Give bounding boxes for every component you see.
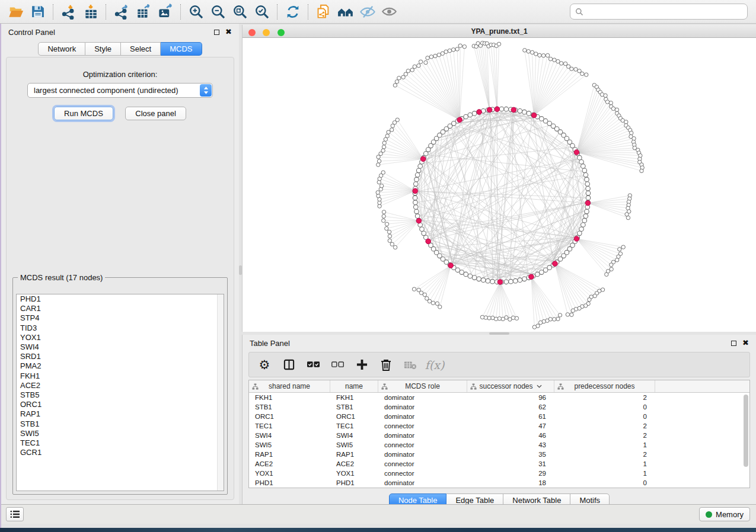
mcds-list-item[interactable]: TID3 — [17, 323, 224, 333]
hide-graphics-details-button[interactable] — [356, 2, 378, 21]
minimize-window-icon[interactable] — [263, 29, 270, 36]
table-cell[interactable]: dominator — [378, 431, 467, 440]
table-row[interactable]: RAP1RAP1dominator352 — [249, 450, 749, 459]
add-column-button[interactable] — [355, 358, 368, 371]
function-builder-button[interactable]: f(x) — [428, 358, 441, 371]
save-session-button[interactable] — [27, 2, 49, 21]
close-window-icon[interactable] — [248, 29, 256, 36]
table-cell[interactable]: ORC1 — [330, 412, 378, 421]
delete-column-button[interactable] — [379, 358, 393, 371]
mcds-list-item[interactable]: YOX1 — [17, 333, 224, 342]
network-graph[interactable] — [243, 38, 756, 331]
export-table-button[interactable] — [132, 2, 154, 21]
network-window-titlebar[interactable]: YPA_prune.txt_1 — [243, 25, 756, 38]
table-cell[interactable]: 46 — [467, 431, 554, 440]
table-cell[interactable]: ACE2 — [249, 459, 330, 469]
table-row[interactable]: ORC1ORC1dominator610 — [249, 412, 749, 421]
mcds-list-item[interactable]: CAR1 — [17, 304, 224, 313]
mcds-list-item[interactable]: ACE2 — [17, 381, 224, 390]
table-cell[interactable]: 1 — [554, 459, 655, 469]
table-cell[interactable]: FKH1 — [330, 393, 378, 402]
table-cell[interactable]: SWI5 — [249, 440, 330, 450]
table-cell[interactable]: dominator — [378, 412, 467, 421]
home-button[interactable] — [334, 2, 356, 21]
table-cell[interactable]: RAP1 — [330, 450, 378, 459]
table-row[interactable]: SWI5SWI5connector431 — [249, 440, 749, 450]
table-cell[interactable]: SWI5 — [330, 440, 378, 450]
table-cell[interactable]: 0 — [554, 412, 655, 421]
deselect-all-button[interactable] — [331, 358, 344, 371]
table-cell[interactable]: 2 — [554, 393, 655, 402]
mcds-list-scrollbar[interactable] — [217, 294, 224, 491]
export-image-button[interactable] — [154, 2, 176, 21]
show-column-button[interactable] — [282, 358, 295, 371]
column-header-shared-name[interactable]: shared name — [249, 380, 330, 392]
run-mcds-button[interactable]: Run MCDS — [54, 107, 113, 120]
table-cell[interactable]: dominator — [378, 402, 467, 412]
table-cell[interactable]: PHD1 — [330, 478, 378, 488]
table-cell[interactable]: 35 — [467, 450, 554, 459]
mcds-list-item[interactable]: SRD1 — [17, 352, 224, 361]
table-cell[interactable]: TEC1 — [249, 421, 330, 431]
mcds-list-item[interactable]: SWI4 — [17, 342, 224, 352]
table-cell[interactable]: 0 — [554, 478, 655, 488]
tab-network[interactable]: Network — [38, 42, 85, 56]
table-cell[interactable]: 2 — [554, 450, 655, 459]
new-network-from-selection-button[interactable] — [312, 2, 334, 21]
table-panel-grab-handle[interactable] — [489, 332, 509, 335]
mcds-list-item[interactable]: STB5 — [17, 390, 224, 400]
task-history-button[interactable] — [6, 507, 24, 521]
table-row[interactable]: ACE2ACE2connector311 — [249, 459, 749, 469]
table-cell[interactable]: 1 — [554, 469, 655, 478]
mcds-list-item[interactable]: RAP1 — [17, 409, 224, 419]
table-cell[interactable]: YOX1 — [330, 469, 378, 478]
table-cell[interactable]: dominator — [378, 450, 467, 459]
table-cell[interactable]: FKH1 — [249, 393, 330, 402]
table-cell[interactable]: connector — [378, 459, 467, 469]
table-row[interactable]: TEC1TEC1connector472 — [249, 421, 749, 431]
table-cell[interactable]: TEC1 — [330, 421, 378, 431]
maximize-window-icon[interactable] — [277, 29, 285, 36]
mcds-list-item[interactable]: STP4 — [17, 313, 224, 323]
search-input[interactable] — [587, 7, 742, 16]
criterion-select[interactable]: largest connected component (undirected) — [27, 83, 213, 98]
table-row[interactable]: YOX1YOX1connector291 — [249, 469, 749, 478]
scrollbar-thumb[interactable] — [744, 395, 748, 467]
mcds-list-item[interactable]: ORC1 — [17, 400, 224, 409]
table-cell[interactable]: connector — [378, 469, 467, 478]
delete-table-button[interactable] — [404, 358, 417, 371]
close-panel-button[interactable]: Close panel — [125, 107, 186, 120]
column-header-MCDS-role[interactable]: MCDS role — [378, 380, 467, 392]
table-cell[interactable]: 96 — [467, 393, 554, 402]
table-row[interactable]: FKH1FKH1dominator962 — [249, 393, 749, 402]
table-cell[interactable]: 62 — [467, 402, 554, 412]
column-header-name[interactable]: name — [330, 380, 378, 392]
close-panel-icon[interactable]: ✖ — [742, 340, 749, 346]
float-panel-icon[interactable] — [214, 30, 219, 35]
table-cell[interactable]: 1 — [554, 440, 655, 450]
apply-layout-button[interactable] — [282, 2, 304, 21]
table-cell[interactable]: PHD1 — [249, 478, 330, 488]
mcds-list-item[interactable]: GCR1 — [17, 448, 224, 457]
zoom-in-button[interactable] — [185, 2, 207, 21]
table-cell[interactable]: RAP1 — [249, 450, 330, 459]
table-cell[interactable]: 43 — [467, 440, 554, 450]
table-row[interactable]: PHD1PHD1dominator180 — [249, 478, 749, 488]
select-all-button[interactable] — [307, 358, 320, 371]
mcds-list-item[interactable]: STB1 — [17, 419, 224, 429]
tab-mcds[interactable]: MCDS — [161, 42, 202, 56]
table-cell[interactable]: 0 — [554, 402, 655, 412]
show-graphics-details-button[interactable] — [378, 2, 400, 21]
mcds-list-item[interactable]: PMA2 — [17, 361, 224, 371]
float-panel-icon[interactable] — [731, 341, 736, 346]
mcds-list-item[interactable]: TEC1 — [17, 438, 224, 448]
column-header-successor-nodes[interactable]: successor nodes — [467, 380, 554, 392]
table-cell[interactable]: 47 — [467, 421, 554, 431]
table-cell[interactable]: 2 — [554, 421, 655, 431]
table-settings-button[interactable]: ⚙ — [258, 358, 271, 371]
table-cell[interactable]: ACE2 — [330, 459, 378, 469]
table-cell[interactable]: 2 — [554, 431, 655, 440]
zoom-out-button[interactable] — [207, 2, 229, 21]
mcds-list-item[interactable]: FKH1 — [17, 371, 224, 381]
table-cell[interactable]: SWI4 — [249, 431, 330, 440]
